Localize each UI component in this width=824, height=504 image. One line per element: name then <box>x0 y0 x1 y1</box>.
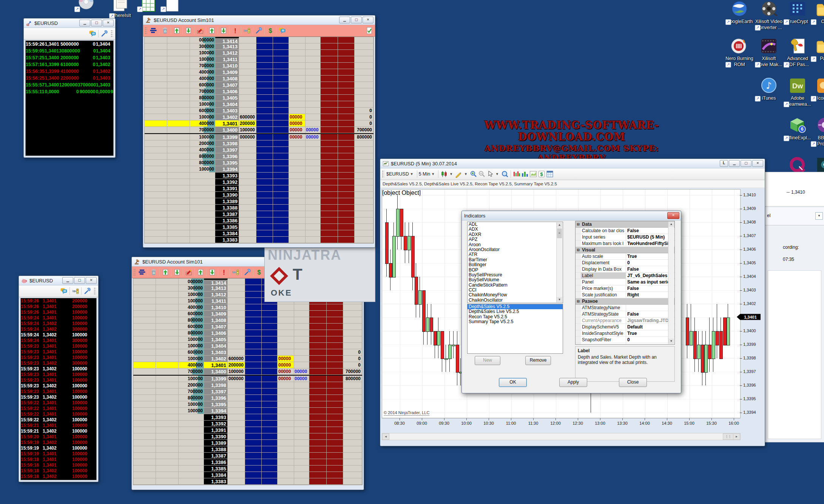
dom-buy-column1[interactable] <box>245 401 262 408</box>
dom-price-cell[interactable]: 1,3401 <box>204 362 228 368</box>
dom-prints-cell1[interactable] <box>289 63 306 69</box>
dom-price-cell[interactable]: 1,3386 <box>204 459 228 465</box>
close-button[interactable]: ✕ <box>667 212 679 219</box>
dom-cell-left1[interactable] <box>145 88 167 95</box>
dom-prints-cell1[interactable] <box>289 211 306 217</box>
chat-icon[interactable] <box>88 30 97 37</box>
dom-cell-left2[interactable] <box>167 56 190 63</box>
dom-buy-column1[interactable] <box>245 414 262 421</box>
dom-summary-cell[interactable] <box>355 217 373 224</box>
dom-sell-column2[interactable] <box>327 388 343 395</box>
dom-price-cell[interactable]: 1,3403 <box>204 349 228 356</box>
dom-prints-cell2[interactable]: 00000 <box>294 368 309 375</box>
dom-cell-left2[interactable] <box>156 285 179 291</box>
dom-sell-column1[interactable] <box>321 63 338 69</box>
dom-bid-volume-cell[interactable] <box>190 173 215 179</box>
dom-cell-left1[interactable] <box>145 120 167 127</box>
dom-buy-column1[interactable] <box>245 478 262 485</box>
dom-prints-cell2[interactable] <box>294 421 309 427</box>
property-row[interactable]: Price marker(s)False <box>576 285 674 292</box>
dom-buy-column1[interactable] <box>245 349 262 356</box>
dom-ask-volume-cell[interactable] <box>239 160 256 166</box>
dom-bid-volume-cell[interactable] <box>179 459 204 465</box>
dom-prints-cell2[interactable] <box>306 198 321 205</box>
dom-bid-volume-cell[interactable]: 800000 <box>190 153 215 160</box>
dom-buy-column2[interactable] <box>262 324 278 330</box>
dom-prints-cell1[interactable] <box>289 140 306 147</box>
dom-bid-volume-cell[interactable]: 100000 <box>179 291 204 298</box>
dom-sell-column2[interactable] <box>338 82 355 88</box>
dom-buy-column2[interactable] <box>262 453 278 459</box>
dom-bid-volume-cell[interactable] <box>179 472 204 478</box>
dom-cell-left2[interactable] <box>167 50 190 56</box>
dom-summary-cell[interactable] <box>355 88 373 95</box>
close-button[interactable]: ✕ <box>86 277 97 284</box>
chat-icon[interactable] <box>60 287 68 295</box>
dom-cell-left1[interactable] <box>133 349 156 356</box>
dom-prints-cell2[interactable] <box>294 408 309 414</box>
dom-buy-column1[interactable] <box>256 147 273 153</box>
dom-cell-left2[interactable] <box>167 82 190 88</box>
dom-sell-column1[interactable] <box>309 330 327 336</box>
dom-price-cell[interactable]: 1,3412 <box>204 291 228 298</box>
dom-ask-volume-cell[interactable] <box>239 43 256 50</box>
property-value[interactable]: 0 <box>626 260 674 266</box>
dollar-icon[interactable]: $ <box>266 27 275 34</box>
dom-sell-column1[interactable] <box>309 395 327 401</box>
dom-ask-volume-cell[interactable] <box>228 324 245 330</box>
dom-sell-column2[interactable] <box>338 224 355 230</box>
expand-icon[interactable]: ⊞ <box>576 343 581 345</box>
dom-summary-cell[interactable] <box>355 101 373 108</box>
dom-buy-column1[interactable] <box>245 382 262 388</box>
dom-bid-volume-cell[interactable]: 100000 <box>190 50 215 56</box>
dom-summary-cell[interactable] <box>355 237 373 243</box>
dom-bid-volume-cell[interactable]: 100000 <box>190 101 215 108</box>
dom-buy-column2[interactable] <box>273 237 289 243</box>
property-value[interactable]: True <box>626 253 674 259</box>
dom-sell-column2[interactable] <box>327 401 343 408</box>
dom-summary-cell[interactable] <box>343 446 362 453</box>
dom-ask-volume-cell[interactable] <box>228 279 245 285</box>
ok-button[interactable]: OK <box>499 378 527 387</box>
collapse-icon[interactable]: ⊟ <box>576 221 581 227</box>
desktop-shortcut-page[interactable]: ↗ <box>160 0 184 12</box>
dom-prints-cell1[interactable]: 00000 <box>278 368 294 375</box>
dom-sell-column2[interactable] <box>338 37 355 43</box>
dom-buy-column1[interactable] <box>245 388 262 395</box>
dom-buy-column2[interactable] <box>273 50 289 56</box>
dom-summary-cell[interactable] <box>343 311 362 317</box>
dom-price-cell[interactable]: 1,3412 <box>215 50 239 56</box>
dom-sell-column2[interactable] <box>327 433 343 440</box>
dom-bid-volume-cell[interactable]: 700000 <box>190 127 215 133</box>
dom-buy-column1[interactable] <box>245 336 262 343</box>
dom-buy-column1[interactable] <box>245 440 262 446</box>
dom-cell-left2[interactable] <box>167 192 190 198</box>
dom-cell-left1[interactable] <box>145 69 167 76</box>
dom-prints-cell2[interactable] <box>306 50 321 56</box>
dom-sell-column2[interactable] <box>338 160 355 166</box>
dom-bid-volume-cell[interactable]: 600000 <box>190 82 215 88</box>
dom-sell-column2[interactable] <box>327 330 343 336</box>
dom-cell-left2[interactable] <box>167 198 190 205</box>
dom-cell-left1[interactable] <box>133 343 156 349</box>
chat-icon[interactable] <box>278 27 286 34</box>
dom-summary-cell[interactable]: 0 <box>343 362 362 368</box>
toolbar-grip[interactable] <box>145 27 147 34</box>
dom-sell-column2[interactable] <box>327 368 343 375</box>
indicator-list-item[interactable]: Bollinger <box>468 262 563 267</box>
dom-summary-cell[interactable] <box>343 465 362 472</box>
dom-buy-column1[interactable] <box>256 114 273 120</box>
dom-buy-column1[interactable] <box>256 230 273 237</box>
dom-cell-left1[interactable] <box>133 291 156 298</box>
dom-ask-volume-cell[interactable] <box>228 478 245 485</box>
dom-ask-volume-cell[interactable] <box>228 433 245 440</box>
dom-prints-cell1[interactable] <box>289 230 306 237</box>
min-button[interactable]: ▁ <box>62 277 73 284</box>
dom-ask-volume-cell[interactable] <box>239 140 256 147</box>
dom-sell-column2[interactable] <box>327 421 343 427</box>
dom-prints-cell2[interactable] <box>306 179 321 185</box>
dom-cell-left2[interactable] <box>167 37 190 43</box>
dom-prints-cell2[interactable] <box>294 459 309 465</box>
dom-bid-volume-cell[interactable] <box>179 440 204 446</box>
dom-cell-left1[interactable] <box>133 362 156 368</box>
